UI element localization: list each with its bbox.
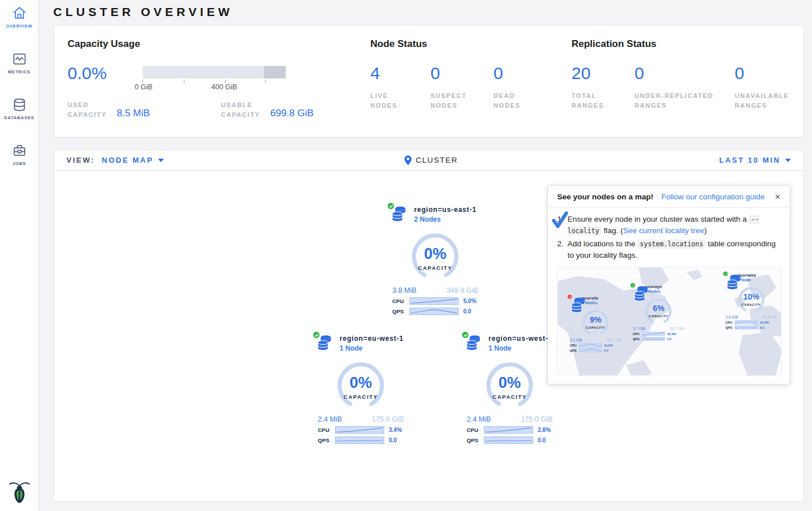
- replication-status-section: Replication Status 20 TOTAL RANGES 0 UND…: [571, 38, 803, 137]
- suspect-nodes-label: SUSPECT NODES: [431, 91, 476, 111]
- qps-metric-label: QPS: [633, 337, 642, 341]
- example-map-image: geo=sfo 2 Nodes 9% CAPACITY 3.2 GiB 35.1…: [557, 267, 782, 376]
- capacity-gauge: 0% CAPACITY: [390, 230, 480, 285]
- qps-sparkline: [642, 337, 665, 341]
- configuration-guide-link[interactable]: Follow our configuration guide: [661, 192, 764, 201]
- capacity-gauge-label: CAPACITY: [725, 303, 778, 306]
- region-used-capacity: 3.7 GiB: [633, 327, 645, 331]
- main-content: CLUSTER OVERVIEW Capacity Usage 0.0%: [39, 0, 812, 502]
- cpu-sparkline: [335, 426, 384, 434]
- cpu-metric-value: 5.0%: [463, 298, 476, 304]
- used-capacity-value: 8.5 MiB: [117, 108, 150, 120]
- qps-metric-value: 0.0: [538, 437, 546, 443]
- capacity-tick-400: 400 GiB: [211, 83, 237, 91]
- total-ranges-label: TOTAL RANGES: [571, 91, 612, 111]
- qps-metric-label: QPS: [570, 349, 579, 352]
- cpu-sparkline: [409, 297, 459, 305]
- dead-nodes-label: DEAD NODES: [494, 91, 534, 111]
- capacity-gauge-label: CAPACITY: [316, 394, 406, 400]
- locality-breadcrumb[interactable]: CLUSTER: [404, 155, 458, 166]
- region-node-count[interactable]: 2 Nodes: [414, 215, 476, 223]
- popup-title: See your nodes on a map!: [557, 192, 653, 201]
- qps-sparkline: [579, 348, 602, 352]
- briefcase-icon: [12, 143, 27, 158]
- capacity-percent-value: 6%: [632, 304, 685, 313]
- unavailable-ranges-value: 0: [735, 65, 803, 82]
- qps-metric-label: QPS: [726, 326, 735, 329]
- region-node-card[interactable]: geo=sfo 2 Nodes 9% CAPACITY 3.2 GiB 35.1…: [569, 296, 622, 352]
- view-selector-dropdown[interactable]: NODE MAP: [102, 156, 164, 164]
- popup-step-2: 2. Add locations to the system.locations…: [557, 238, 781, 262]
- region-node-card[interactable]: geo=nyc 2 Nodes 6% CAPACITY 3.7 GiB 65.7…: [632, 285, 685, 341]
- cpu-sparkline: [735, 320, 758, 324]
- region-node-card[interactable]: region=eu-west-1 1 Node 0% CAPACITY 2.4 …: [316, 334, 406, 444]
- sidebar-item-label: DATABASES: [4, 115, 34, 120]
- live-nodes-label: LIVE NODES: [370, 91, 411, 111]
- region-total-capacity: 35.1 GiB: [607, 338, 621, 342]
- sidebar-item-jobs[interactable]: JOBS: [0, 137, 38, 183]
- chevron-down-icon: [785, 159, 791, 162]
- capacity-usage-title: Capacity Usage: [68, 38, 370, 50]
- sidebar-item-label: JOBS: [13, 161, 26, 166]
- step2-text: Add locations to the: [567, 239, 637, 248]
- capacity-usage-section: Capacity Usage 0.0% 0 Gi: [68, 38, 370, 137]
- breadcrumb-cluster: CLUSTER: [416, 156, 458, 164]
- capacity-gauge-label: CAPACITY: [464, 394, 555, 400]
- node-health-badge: [567, 294, 573, 300]
- home-icon: [12, 6, 27, 21]
- region-total-capacity: 34.4 GiB: [763, 315, 777, 319]
- cpu-metric-label: CPU: [633, 332, 642, 336]
- node-map-panel: region=us-east-1 2 Nodes 0% CAPACITY 3.8…: [53, 171, 804, 502]
- cpu-metric-value: 12.3%: [760, 321, 769, 324]
- region-used-capacity: 2.4 MiB: [467, 415, 491, 423]
- node-health-badge: [387, 202, 395, 210]
- view-selector-value: NODE MAP: [102, 156, 153, 164]
- region-node-card[interactable]: geo=ams 1 Node 10% CAPACITY 3.6 GiB 34.4…: [725, 273, 778, 329]
- region-node-card[interactable]: region=us-east-1 2 Nodes 0% CAPACITY 3.8…: [390, 205, 480, 315]
- dead-nodes-value: 0: [494, 65, 568, 82]
- capacity-gauge-label: CAPACITY: [569, 326, 622, 329]
- qps-sparkline: [335, 437, 384, 444]
- region-total-capacity: 349.9 GiB: [446, 286, 478, 294]
- qps-sparkline: [409, 308, 459, 315]
- region-used-capacity: 3.2 GiB: [570, 338, 582, 342]
- sidebar-item-metrics[interactable]: METRICS: [0, 46, 38, 92]
- usable-capacity-value: 699.8 GiB: [270, 108, 314, 120]
- region-name: region=us-west-1: [488, 335, 553, 343]
- region-used-capacity: 3.6 GiB: [726, 315, 738, 319]
- node-status-title: Node Status: [370, 38, 571, 50]
- qps-metric-label: QPS: [392, 308, 409, 315]
- total-ranges-value: 20: [571, 65, 634, 82]
- region-node-count[interactable]: 1 Node: [340, 344, 404, 352]
- region-node-card[interactable]: region=us-west-1 1 Node 0% CAPACITY 2.4 …: [464, 334, 555, 444]
- node-health-badge: [723, 271, 728, 277]
- cockroachdb-logo[interactable]: [0, 480, 39, 504]
- view-bar: VIEW: NODE MAP CLUSTER LAST 10 MIN: [53, 150, 804, 171]
- cpu-metric-label: CPU: [570, 344, 579, 347]
- replication-status-title: Replication Status: [571, 38, 803, 50]
- capacity-gauge: 0% CAPACITY: [316, 359, 406, 414]
- under-replicated-ranges-value: 0: [634, 65, 735, 82]
- popup-step-1: 1. Ensure every node in your cluster was…: [557, 214, 781, 237]
- used-capacity-label: USED CAPACITY: [68, 100, 115, 120]
- capacity-tick-0: 0 GiB: [135, 83, 152, 91]
- time-range-dropdown[interactable]: LAST 10 MIN: [719, 156, 791, 164]
- capacity-gauge: 10% CAPACITY: [725, 285, 778, 315]
- cpu-metric-value: 2.8%: [538, 427, 551, 433]
- cpu-metric-value: 11.0%: [604, 344, 613, 347]
- region-node-count[interactable]: 1 Node: [488, 344, 553, 352]
- node-health-badge: [630, 282, 636, 288]
- region-total-capacity: 65.7 GiB: [670, 327, 684, 331]
- page-title: CLUSTER OVERVIEW: [39, 0, 812, 25]
- region-total-capacity: 175.0 GiB: [521, 415, 553, 423]
- qps-sparkline: [484, 437, 533, 444]
- close-icon[interactable]: ×: [774, 192, 782, 202]
- cpu-metric-label: CPU: [318, 427, 335, 433]
- qps-metric-value: 0.0: [389, 437, 397, 443]
- locality-tree-link[interactable]: See current locality tree: [623, 226, 704, 235]
- node-health-badge: [461, 331, 470, 339]
- sidebar-item-overview[interactable]: OVERVIEW: [0, 0, 38, 46]
- cpu-metric-value: 42.6%: [667, 332, 676, 336]
- sidebar-item-databases[interactable]: DATABASES: [0, 92, 38, 137]
- step-done-check-icon: [551, 211, 569, 229]
